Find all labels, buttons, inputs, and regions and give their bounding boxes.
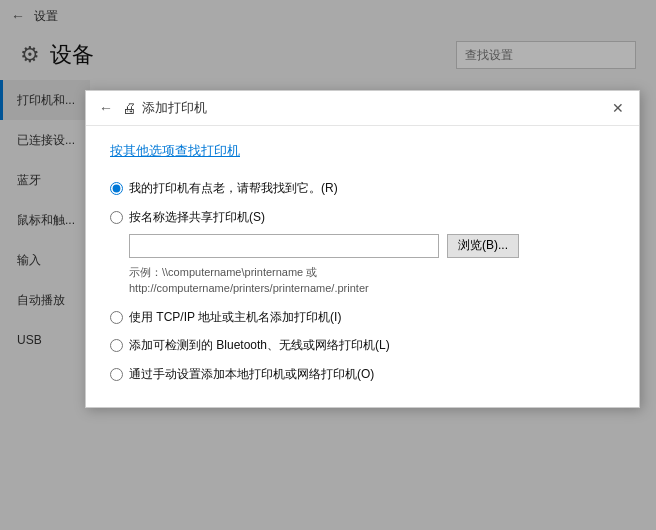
modal-title-text: 添加打印机 — [142, 99, 207, 117]
find-printer-link[interactable]: 按其他选项查找打印机 — [110, 142, 240, 160]
close-button[interactable]: ✕ — [607, 97, 629, 119]
radio-item-manual: 通过手动设置添加本地打印机或网络打印机(O) — [110, 366, 615, 383]
radio-item-tcp-ip: 使用 TCP/IP 地址或主机名添加打印机(I) — [110, 309, 615, 326]
radio-label-old-printer[interactable]: 我的打印机有点老，请帮我找到它。(R) — [129, 180, 338, 197]
radio-item-by-name: 按名称选择共享打印机(S) 浏览(B)... 示例：\\computername… — [110, 209, 615, 297]
printer-name-input-row: 浏览(B)... — [129, 234, 519, 258]
radio-old-printer[interactable] — [110, 182, 123, 195]
radio-label-bluetooth[interactable]: 添加可检测到的 Bluetooth、无线或网络打印机(L) — [129, 337, 390, 354]
radio-bluetooth[interactable] — [110, 339, 123, 352]
radio-item-bluetooth: 添加可检测到的 Bluetooth、无线或网络打印机(L) — [110, 337, 615, 354]
modal-body: 按其他选项查找打印机 我的打印机有点老，请帮我找到它。(R) 按名称选择共享打印… — [86, 126, 639, 407]
printer-icon: 🖨 — [122, 100, 136, 116]
modal-titlebar: ← 🖨 添加打印机 ✕ — [86, 91, 639, 126]
radio-manual[interactable] — [110, 368, 123, 381]
radio-tcp-ip[interactable] — [110, 311, 123, 324]
radio-by-name[interactable] — [110, 211, 123, 224]
example-text: 示例：\\computername\printername 或http://co… — [129, 264, 519, 297]
radio-item-old-printer: 我的打印机有点老，请帮我找到它。(R) — [110, 180, 615, 197]
radio-label-by-name[interactable]: 按名称选择共享打印机(S) — [129, 209, 519, 226]
add-printer-dialog: ← 🖨 添加打印机 ✕ 按其他选项查找打印机 我的打印机有点老，请帮我找到它。(… — [85, 90, 640, 408]
modal-back-button[interactable]: ← — [96, 98, 116, 118]
printer-name-input[interactable] — [129, 234, 439, 258]
radio-label-manual[interactable]: 通过手动设置添加本地打印机或网络打印机(O) — [129, 366, 374, 383]
radio-label-tcp-ip[interactable]: 使用 TCP/IP 地址或主机名添加打印机(I) — [129, 309, 341, 326]
modal-title-row: ← 🖨 添加打印机 — [96, 98, 207, 118]
radio-sublabel-by-name: 按名称选择共享打印机(S) 浏览(B)... 示例：\\computername… — [129, 209, 519, 297]
browse-button[interactable]: 浏览(B)... — [447, 234, 519, 258]
radio-group: 我的打印机有点老，请帮我找到它。(R) 按名称选择共享打印机(S) 浏览(B).… — [110, 180, 615, 383]
